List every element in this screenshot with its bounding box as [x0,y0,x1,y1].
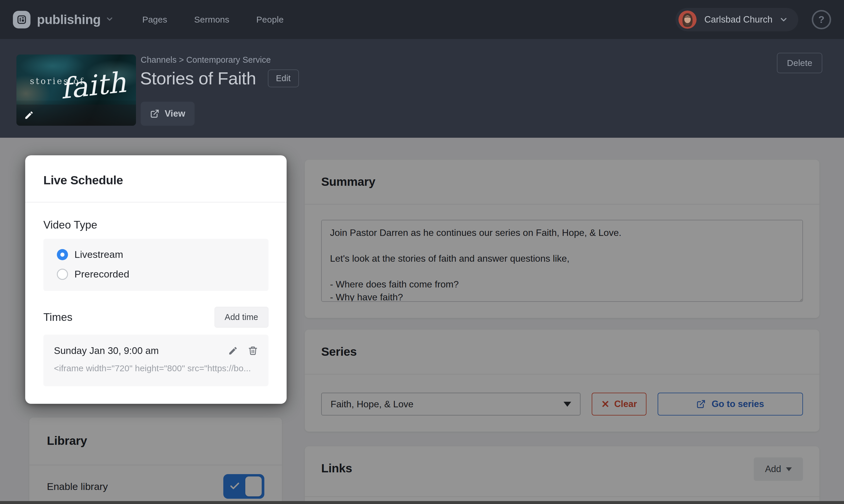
top-navbar: publishing Pages Sermons People Carlsbad… [0,0,844,39]
account-chevron-down-icon [779,15,788,24]
delete-button[interactable]: Delete [777,53,822,73]
edit-pencil-icon[interactable] [24,110,34,120]
time-entry: Sunday Jan 30, 9:00 am [43,335,268,386]
help-button[interactable]: ? [812,10,831,29]
live-schedule-card: Live Schedule Video Type Livestream Prer… [25,155,287,404]
nav-links: Pages Sermons People [142,15,284,24]
account-menu-button[interactable]: Carlsbad Church [676,8,798,31]
pencil-icon [228,346,238,356]
radio-option-livestream[interactable]: Livestream [57,249,268,260]
page-title: Stories of Faith [140,68,256,89]
radio-label-livestream: Livestream [74,249,123,260]
breadcrumb: Channels > Contemporary Service [141,55,271,65]
radio-option-prerecorded[interactable]: Prerecorded [57,268,268,280]
video-type-label: Video Type [43,219,268,231]
logo-chevron-down-icon [105,15,114,24]
page: { "nav": { "logo": "publishing", "items"… [0,0,844,504]
radio-label-prerecorded: Prerecorded [74,268,129,280]
nav-item-people[interactable]: People [256,15,284,24]
time-entry-top: Sunday Jan 30, 9:00 am [54,345,258,356]
app-logo-label: publishing [37,12,101,27]
edit-title-button[interactable]: Edit [268,69,299,87]
view-button-label: View [165,108,185,119]
time-entry-actions [228,346,258,356]
view-button[interactable]: View [141,102,195,126]
external-link-icon [150,109,159,119]
trash-icon [248,346,258,356]
radio-button[interactable] [57,249,68,260]
breadcrumb-current[interactable]: Contemporary Service [186,55,271,65]
app-logo[interactable]: publishing [13,11,114,29]
live-schedule-title: Live Schedule [43,174,123,187]
radio-button[interactable] [57,269,68,280]
edit-time-button[interactable] [228,346,238,356]
nav-item-sermons[interactable]: Sermons [194,15,229,24]
time-entry-embed-code: <iframe width="720" height="800" src="ht… [54,363,258,373]
question-mark-icon: ? [819,14,825,25]
video-type-options: Livestream Prerecorded [43,239,268,291]
nav-right: Carlsbad Church ? [676,8,831,31]
time-entry-datetime: Sunday Jan 30, 9:00 am [54,345,159,356]
times-row: Times Add time [43,307,268,328]
thumbnail-text-line2: faith [59,66,127,106]
nav-item-pages[interactable]: Pages [142,15,167,24]
avatar [678,11,697,29]
account-name: Carlsbad Church [704,14,772,25]
breadcrumb-channels[interactable]: Channels [141,55,177,65]
times-label: Times [43,311,72,324]
page-header: stories of faith Channels > Contemporary… [0,39,844,138]
bottom-edge [0,501,844,504]
thumbnail-edit-strip [16,105,136,126]
title-row: Stories of Faith Edit [140,68,299,89]
delete-time-button[interactable] [248,346,258,356]
publishing-logo-icon [13,11,31,29]
add-time-button[interactable]: Add time [215,307,268,328]
live-schedule-body: Video Type Livestream Prerecorded Times … [25,202,287,404]
channel-thumbnail[interactable]: stories of faith [16,54,136,126]
live-schedule-header: Live Schedule [25,155,287,202]
breadcrumb-separator: > [179,55,184,65]
